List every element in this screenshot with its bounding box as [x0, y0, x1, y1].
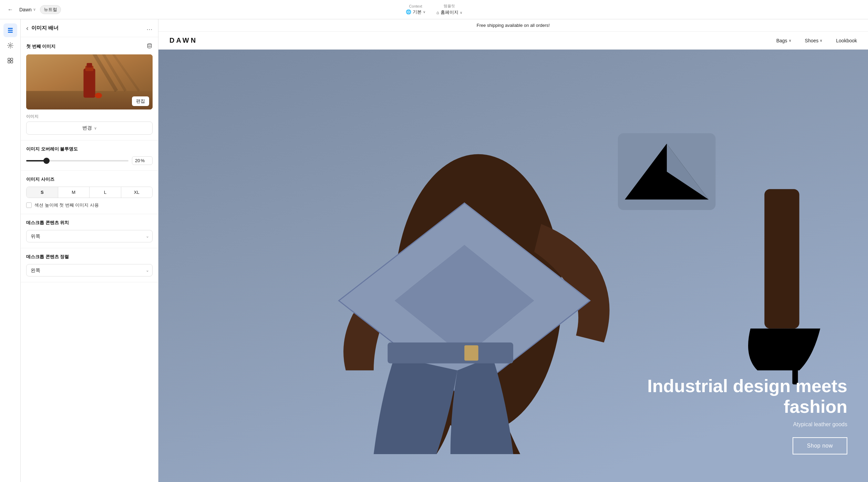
globe-icon: 🌐 — [406, 9, 411, 14]
position-select[interactable]: 위쪽 가운데 아래쪽 — [26, 230, 153, 242]
image-sublabel: 이미지 — [26, 114, 153, 119]
svg-rect-16 — [87, 63, 92, 67]
section-label: 첫 번째 이미지 — [26, 43, 153, 50]
database-icon[interactable] — [146, 43, 153, 50]
align-label: 데스크톱 콘텐츠 정렬 — [26, 254, 153, 260]
svg-rect-35 — [388, 343, 513, 364]
sidebar-item-sections[interactable] — [3, 23, 17, 37]
overlay-value-box: 20 % — [132, 156, 153, 165]
preview-area: Free shipping available on all orders! D… — [158, 19, 868, 482]
app-chevron-icon: ∨ — [33, 7, 36, 12]
shoes-chevron-icon: ∨ — [820, 39, 822, 42]
svg-rect-33 — [764, 189, 799, 328]
panel-back-icon: ‹ — [26, 24, 29, 32]
image-size-section: 이미지 사이즈 S M L XL 섹션 높이에 첫 번째 이미지 사용 — [21, 171, 158, 214]
overlay-label-text: 이미지 오버레이 불투명도 — [26, 146, 78, 152]
checkbox-row: 섹션 높이에 첫 번째 이미지 사용 — [26, 202, 153, 208]
template-label: 템플릿 — [444, 3, 455, 9]
change-btn-label: 변경 — [82, 125, 92, 131]
announcement-bar: Free shipping available on all orders! — [158, 19, 868, 32]
image-edit-button[interactable]: 편집 — [132, 96, 149, 106]
sidebar-item-components[interactable] — [3, 54, 17, 67]
size-label-text: 이미지 사이즈 — [26, 176, 54, 182]
panel-header: ‹ 이미지 배너 … — [21, 19, 158, 37]
desktop-align-section: 데스크톱 콘텐츠 정렬 왼쪽 가운데 오른쪽 ⌄ — [21, 248, 158, 282]
store-nav: DAWN Bags ∨ Shoes ∨ Lookbook — [158, 32, 868, 50]
announcement-text: Free shipping available on all orders! — [477, 23, 550, 28]
store-logo: DAWN — [169, 36, 197, 44]
neutral-badge[interactable]: 뉴트럴 — [40, 5, 61, 14]
panel-sidebar: ‹ 이미지 배너 … 첫 번째 이미지 — [21, 19, 158, 482]
nav-item-lookbook[interactable]: Lookbook — [836, 38, 857, 43]
bags-chevron-icon: ∨ — [789, 39, 791, 42]
size-btn-m[interactable]: M — [58, 187, 90, 198]
overlay-section: 이미지 오버레이 불투명도 20 % — [21, 140, 158, 171]
svg-rect-14 — [83, 69, 95, 98]
context-label: Context — [409, 4, 422, 8]
svg-rect-6 — [8, 61, 10, 63]
align-select-wrapper: 왼쪽 가운데 오른쪽 ⌄ — [26, 264, 153, 276]
change-image-button[interactable]: 변경 ∨ — [26, 122, 153, 135]
back-button[interactable]: ← — [6, 5, 15, 14]
desktop-position-section: 데스크톱 콘텐츠 위치 위쪽 가운데 아래쪽 ⌄ — [21, 214, 158, 248]
overlay-unit-text: % — [141, 158, 145, 163]
nav-item-shoes[interactable]: Shoes ∨ — [805, 38, 823, 43]
top-bar: ← Dawn ∨ 뉴트럴 Context 🌐 기본 ∨ 템플릿 ⌂ 홈페이지 ∨ — [0, 0, 868, 19]
context-template-area: Context 🌐 기본 ∨ 템플릿 ⌂ 홈페이지 ∨ — [406, 3, 462, 15]
align-select[interactable]: 왼쪽 가운데 오른쪽 — [26, 264, 153, 276]
size-label: 이미지 사이즈 — [26, 176, 153, 182]
image-preview: 편집 — [26, 54, 153, 109]
hero-title: Industrial design meets fashion — [606, 376, 847, 417]
hero-content: Industrial design meets fashion Atypical… — [606, 376, 847, 454]
overlay-label: 이미지 오버레이 불투명도 — [26, 146, 153, 152]
change-btn-chevron-icon: ∨ — [94, 126, 97, 130]
home-icon: ⌂ — [436, 10, 439, 15]
context-chevron-icon: ∨ — [423, 10, 425, 14]
checkbox-label-text: 섹션 높이에 첫 번째 이미지 사용 — [34, 202, 99, 208]
align-label-text: 데스크톱 콘텐츠 정렬 — [26, 254, 69, 260]
context-group: Context 🌐 기본 ∨ — [406, 4, 425, 15]
template-value-text: 홈페이지 — [441, 9, 458, 15]
template-dropdown[interactable]: ⌂ 홈페이지 ∨ — [436, 9, 462, 15]
position-label: 데스크톱 콘텐츠 위치 — [26, 220, 153, 226]
overlay-value-text: 20 — [135, 158, 140, 163]
nav-item-bags[interactable]: Bags ∨ — [776, 38, 791, 43]
hero-subtitle: Atypical leather goods — [606, 421, 847, 428]
panel-back-button[interactable]: ‹ — [26, 24, 29, 32]
first-image-section: 첫 번째 이미지 — [21, 37, 158, 140]
size-selector: S M L XL — [26, 187, 153, 198]
template-group: 템플릿 ⌂ 홈페이지 ∨ — [436, 3, 462, 15]
svg-rect-7 — [11, 61, 13, 63]
app-name-dropdown[interactable]: Dawn ∨ — [19, 7, 36, 12]
position-select-wrapper: 위쪽 가운데 아래쪽 ⌄ — [26, 230, 153, 242]
sidebar-item-settings[interactable] — [3, 39, 17, 52]
hero-banner: Industrial design meets fashion Atypical… — [158, 50, 868, 482]
size-btn-l[interactable]: L — [89, 187, 121, 198]
overlay-slider-row: 20 % — [26, 156, 153, 165]
svg-rect-1 — [8, 30, 13, 31]
slider-thumb[interactable] — [43, 158, 50, 164]
svg-rect-5 — [11, 58, 13, 60]
panel-title: 이미지 배너 — [31, 25, 144, 31]
use-first-image-checkbox[interactable] — [26, 202, 32, 208]
svg-point-17 — [95, 93, 102, 98]
overlay-slider-track[interactable] — [26, 160, 128, 161]
shop-now-button[interactable]: Shop now — [793, 437, 847, 454]
svg-rect-36 — [464, 345, 478, 361]
template-chevron-icon: ∨ — [460, 11, 462, 14]
svg-rect-2 — [8, 32, 13, 33]
panel-menu-icon[interactable]: … — [146, 24, 153, 32]
section-title-text: 첫 번째 이미지 — [26, 43, 55, 50]
app-name-label: Dawn — [19, 7, 32, 12]
svg-point-8 — [148, 44, 152, 45]
position-label-text: 데스크톱 콘텐츠 위치 — [26, 220, 69, 226]
size-btn-s[interactable]: S — [27, 187, 58, 198]
context-dropdown[interactable]: 🌐 기본 ∨ — [406, 9, 425, 15]
main-layout: ‹ 이미지 배너 … 첫 번째 이미지 — [0, 19, 868, 482]
context-value-text: 기본 — [413, 9, 422, 15]
svg-rect-0 — [8, 28, 13, 29]
svg-rect-4 — [8, 58, 10, 60]
svg-point-3 — [9, 45, 11, 46]
size-btn-xl[interactable]: XL — [121, 187, 153, 198]
icon-sidebar — [0, 19, 21, 482]
